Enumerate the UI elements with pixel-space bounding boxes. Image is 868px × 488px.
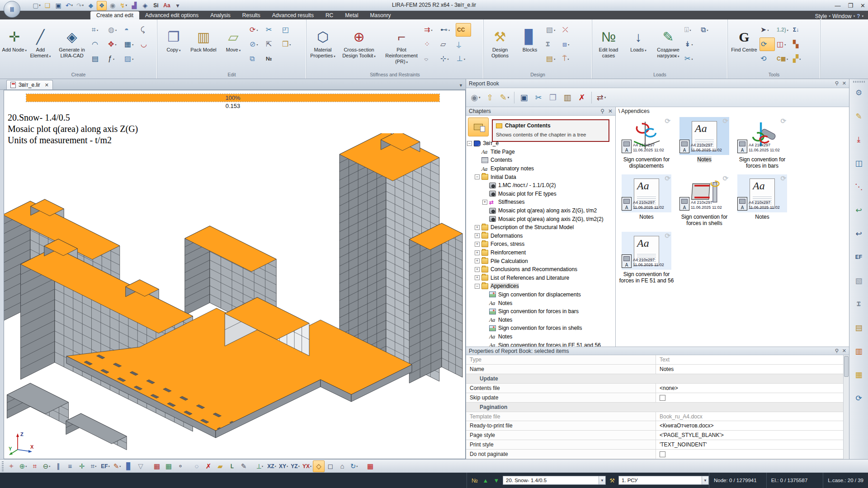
tree-item[interactable]: Notes	[467, 333, 615, 341]
copy-scheme-icon[interactable]: ❒▾	[281, 38, 297, 51]
steel-beam-icon[interactable]: Ɪ	[851, 297, 867, 311]
zoom-icon[interactable]: ◌	[191, 460, 203, 472]
rsu-combo[interactable]: 1. РСУ▼	[618, 476, 709, 485]
isofields-icon[interactable]: ▦	[851, 367, 867, 382]
pencil-icon[interactable]: ✎	[238, 460, 250, 472]
tab-advanced-edit-options[interactable]: Advanced edit options	[139, 11, 204, 19]
expand-icon[interactable]: +	[475, 250, 480, 255]
resize-icon[interactable]: ⇱	[265, 38, 280, 51]
thumbnail-sign-convention-for-forces-in-bars[interactable]: ⟳AA4 210x29711.06.2025 11:02Sign convent…	[734, 117, 790, 169]
tab-masonry[interactable]: Masonry	[364, 11, 397, 19]
tree-item[interactable]: −Appendices	[467, 282, 615, 291]
rotate-model-icon[interactable]: ⟳	[851, 391, 867, 405]
property-value[interactable]	[656, 450, 849, 459]
punch-icon[interactable]: ⍑▾	[561, 52, 577, 66]
truss-icon[interactable]: ◠	[91, 38, 106, 51]
stiffness-ef-icon[interactable]: EF	[851, 250, 867, 264]
select-pen-icon[interactable]: ✎▾	[111, 460, 123, 472]
tab-close-icon[interactable]: ✕	[45, 82, 49, 88]
generate-lira-cad-button[interactable]: ◈Generate in LIRA-CAD	[54, 21, 90, 68]
expand-icon[interactable]: +	[482, 200, 487, 205]
select-node-cross-icon[interactable]: ✛	[76, 460, 88, 472]
close-chapters-icon[interactable]: ✕	[608, 108, 613, 114]
undo-results-icon[interactable]: ↩	[851, 203, 867, 217]
values-on-bars-icon[interactable]: ⋱	[851, 179, 867, 194]
property-value[interactable]: <none>	[656, 384, 849, 393]
help-icon[interactable]: ?	[857, 13, 860, 19]
tree-item[interactable]: +Conclusions and Recommendations	[467, 265, 615, 274]
select-vertical-icon[interactable]: ∥	[52, 460, 64, 472]
weight-icon[interactable]: ⍗▾	[684, 23, 699, 37]
close-panel-icon[interactable]: ✕	[842, 80, 846, 86]
thumbnail-sign-convention-for-displacements[interactable]: ⟳AA4 210x29711.06.2025 11:02Sign convent…	[618, 117, 675, 169]
cross-section-toolkit-button[interactable]: ⊕Cross-section Design Toolkit ▾	[338, 21, 380, 68]
tree-item[interactable]: +Pile Calculation	[467, 257, 615, 265]
tree-item[interactable]: Notes	[467, 299, 615, 307]
isometric-view-button[interactable]: ◇	[313, 460, 325, 472]
mosaic-scale-icon[interactable]: ▥	[851, 344, 867, 358]
collapse-icon[interactable]: −	[467, 141, 472, 146]
thumbnail-sign-convention-for-forces-in-fe-51-and-[interactable]: ⟳AA4 210x29711.06.2025 11:02Sign convent…	[618, 232, 675, 284]
cut-loads-icon[interactable]: ✂▾	[684, 52, 699, 66]
renumber-icon[interactable]: №	[265, 52, 280, 66]
close-properties-icon[interactable]: ✕	[842, 348, 846, 354]
model-viewport[interactable]: 100% 0.153 20.Snow- 1.4/0.5 Mosaic plot …	[4, 90, 466, 459]
collapse-icon[interactable]: −	[475, 174, 480, 179]
masonry-wall-icon[interactable]: ▤	[851, 320, 867, 335]
mesh-icon[interactable]: ▦▾	[123, 38, 139, 51]
tree-item[interactable]: Sign convention for displacements	[467, 291, 615, 299]
move-button[interactable]: ▱Move ▾	[219, 21, 248, 68]
perspective-icon[interactable]: ◻	[325, 460, 336, 472]
select-bars-icon[interactable]: ⊖▾	[41, 460, 52, 472]
document-tab[interactable]: Звіт_e.lir ✕	[6, 80, 53, 89]
tab-row-menu-icon[interactable]: ▼	[459, 83, 463, 89]
rsu-icon[interactable]: ⚒	[607, 476, 617, 485]
report-import-button[interactable]: ⇧	[483, 90, 497, 105]
select-grid-icon[interactable]: ⌗▾	[88, 460, 99, 472]
tree-item[interactable]: Notes	[467, 315, 615, 324]
stamp-icon[interactable]: ⧉	[249, 52, 264, 66]
pilot-reinforcement-button[interactable]: ⌐Pilot Reinforcement (PR) ▾	[381, 21, 422, 68]
property-value[interactable]: <'PAGE_STYLE_BLANK'>	[656, 431, 849, 440]
checkbox[interactable]	[660, 451, 665, 457]
tab-analysis[interactable]: Analysis	[204, 11, 236, 19]
report-save-button[interactable]: ▣	[517, 90, 531, 105]
table-2-6-icon[interactable]: ◫	[851, 156, 867, 170]
crane-icon[interactable]: ⌔	[423, 52, 439, 66]
chapter-contents-button[interactable]	[468, 117, 489, 136]
diagram-scale-icon[interactable]: ◫▾	[776, 38, 791, 51]
fragmentation-icon[interactable]: ▦	[151, 460, 163, 472]
tree-item[interactable]: 1.MC /пост./ - 1.1/1.0(2)	[467, 181, 615, 190]
toolbar-grip[interactable]	[2, 461, 4, 471]
erase-selection-icon[interactable]: ✗	[203, 460, 214, 472]
select-nodes-icon[interactable]: ⊕▾	[17, 460, 29, 472]
report-cut-button[interactable]: ✂	[532, 90, 545, 105]
cut-icon[interactable]: ✂	[265, 23, 280, 37]
filter-icon[interactable]: ▽	[135, 460, 146, 472]
delete-results-icon[interactable]: ⤓	[851, 132, 867, 147]
frame-icon[interactable]: ⌗▾	[91, 23, 106, 37]
undo-one-icon[interactable]: ↩	[851, 226, 867, 241]
tree-item[interactable]: +Forces, stress	[467, 240, 615, 249]
expand-icon[interactable]: +	[475, 233, 480, 238]
close-button[interactable]: ✕	[860, 2, 865, 9]
rod-end-icon[interactable]: ⊷▾	[439, 23, 455, 37]
blocks-button[interactable]: ▊Blocks	[515, 21, 544, 68]
view-xz-button[interactable]: XZ▾	[266, 460, 278, 472]
copy-loads-icon[interactable]: ⧉▾	[700, 23, 715, 37]
surface-fxy-icon[interactable]: ƒ▾	[107, 52, 123, 66]
tree-item[interactable]: +Stiffnesses	[467, 198, 615, 206]
refresh-all-icon[interactable]: ⟲	[760, 52, 775, 66]
tree-item[interactable]: +List of References and Literature	[467, 274, 615, 282]
report-delete-button[interactable]: ✗	[575, 90, 589, 105]
report-paste-button[interactable]: ▥	[561, 90, 574, 105]
report-edit-note-button[interactable]: ✎▾	[498, 90, 511, 105]
properties-scrollbar[interactable]	[843, 355, 849, 459]
checkbox[interactable]	[660, 395, 665, 401]
tree-item[interactable]: Mosaic plot for FE types	[467, 190, 615, 198]
property-value[interactable]: Text	[656, 355, 849, 364]
expand-icon[interactable]: +	[475, 267, 480, 272]
view-yx-button[interactable]: YX▾	[301, 460, 313, 472]
expand-icon[interactable]: +	[475, 242, 480, 247]
cylinder-icon[interactable]: ◍▾	[107, 23, 123, 37]
